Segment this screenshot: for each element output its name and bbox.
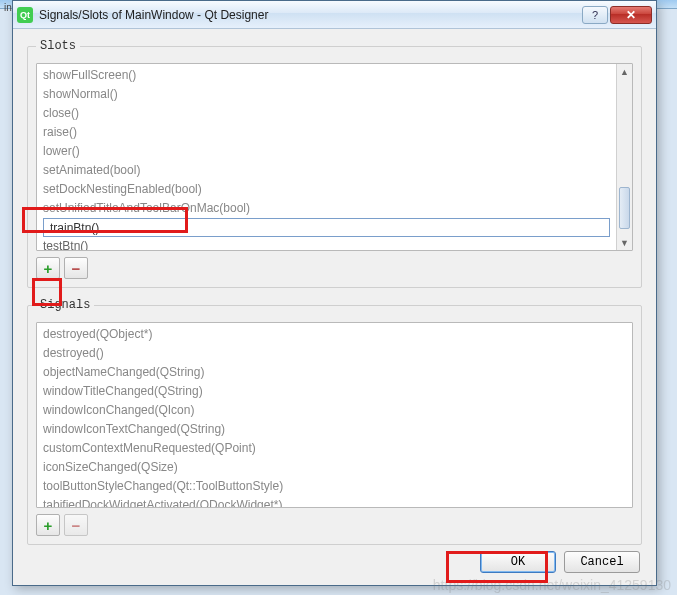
- close-window-button[interactable]: ✕: [610, 6, 652, 24]
- list-item[interactable]: lower(): [37, 142, 616, 161]
- minus-icon: −: [72, 261, 81, 276]
- list-item[interactable]: objectNameChanged(QString): [37, 363, 616, 382]
- signals-group: Signals destroyed(QObject*) destroyed() …: [27, 298, 642, 545]
- list-item[interactable]: windowTitleChanged(QString): [37, 382, 616, 401]
- list-item[interactable]: raise(): [37, 123, 616, 142]
- list-item[interactable]: close(): [37, 104, 616, 123]
- list-item[interactable]: setAnimated(bool): [37, 161, 616, 180]
- list-item[interactable]: showFullScreen(): [37, 66, 616, 85]
- list-item[interactable]: setDockNestingEnabled(bool): [37, 180, 616, 199]
- watermark-text: https://blog.csdn.net/weixin_41259130: [433, 577, 671, 593]
- slots-legend: Slots: [36, 39, 80, 53]
- signals-slots-dialog: Qt Signals/Slots of MainWindow - Qt Desi…: [12, 0, 657, 586]
- add-slot-button[interactable]: +: [36, 257, 60, 279]
- add-signal-button[interactable]: +: [36, 514, 60, 536]
- scroll-down-icon[interactable]: ▼: [617, 235, 632, 250]
- minus-icon: −: [72, 518, 81, 533]
- slots-scrollbar[interactable]: ▲ ▼: [616, 64, 632, 250]
- list-item[interactable]: iconSizeChanged(QSize): [37, 458, 616, 477]
- window-title: Signals/Slots of MainWindow - Qt Designe…: [39, 8, 582, 22]
- list-item[interactable]: customContextMenuRequested(QPoint): [37, 439, 616, 458]
- list-item[interactable]: setUnifiedTitleAndToolBarOnMac(bool): [37, 199, 616, 218]
- list-item[interactable]: testBtn(): [37, 237, 616, 250]
- qt-logo-icon: Qt: [17, 7, 33, 23]
- remove-signal-button[interactable]: −: [64, 514, 88, 536]
- list-item[interactable]: destroyed(): [37, 344, 616, 363]
- plus-icon: +: [44, 261, 53, 276]
- list-item[interactable]: windowIconTextChanged(QString): [37, 420, 616, 439]
- scroll-thumb[interactable]: [619, 187, 630, 229]
- list-item[interactable]: destroyed(QObject*): [37, 325, 616, 344]
- signals-legend: Signals: [36, 298, 94, 312]
- remove-slot-button[interactable]: −: [64, 257, 88, 279]
- scroll-up-icon[interactable]: ▲: [617, 64, 632, 79]
- slot-name-edit-row[interactable]: [43, 218, 610, 237]
- slots-listbox[interactable]: showFullScreen() showNormal() close() ra…: [36, 63, 633, 251]
- list-item[interactable]: toolButtonStyleChanged(Qt::ToolButtonSty…: [37, 477, 616, 496]
- plus-icon: +: [44, 518, 53, 533]
- help-button[interactable]: ?: [582, 6, 608, 24]
- ok-button[interactable]: OK: [480, 551, 556, 573]
- signals-listbox[interactable]: destroyed(QObject*) destroyed() objectNa…: [36, 322, 633, 508]
- list-item[interactable]: windowIconChanged(QIcon): [37, 401, 616, 420]
- slots-group: Slots showFullScreen() showNormal() clos…: [27, 39, 642, 288]
- list-item[interactable]: showNormal(): [37, 85, 616, 104]
- titlebar[interactable]: Qt Signals/Slots of MainWindow - Qt Desi…: [13, 1, 656, 29]
- list-item[interactable]: tabifiedDockWidgetActivated(QDockWidget*…: [37, 496, 616, 507]
- cancel-button[interactable]: Cancel: [564, 551, 640, 573]
- slot-name-input[interactable]: [48, 220, 605, 236]
